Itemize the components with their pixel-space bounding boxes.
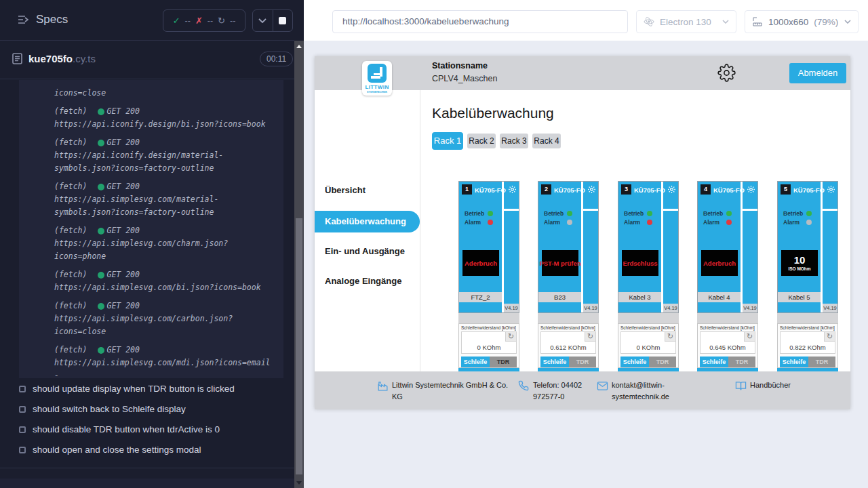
status-text: Aderbruch xyxy=(703,260,736,267)
tab-rack-3[interactable]: Rack 3 xyxy=(500,134,528,148)
card-settings-gear-icon[interactable] xyxy=(665,184,678,195)
factory-icon xyxy=(377,380,389,394)
tdr-button[interactable]: TDR xyxy=(649,357,676,367)
alarm-label: Alarm xyxy=(703,219,726,226)
phone-icon xyxy=(518,380,529,394)
refresh-icon[interactable]: ↻ xyxy=(505,332,516,342)
tab-rack-4[interactable]: Rack 4 xyxy=(532,134,561,148)
horizontal-scrollbar[interactable] xyxy=(0,479,294,488)
test-item[interactable]: should switch back to Schleife display xyxy=(19,404,290,414)
spec-file-row[interactable]: kue705fo.cy.ts 00:11 xyxy=(0,41,294,79)
device-number: 4 xyxy=(701,184,711,195)
status-dot-icon xyxy=(98,184,104,190)
test-item[interactable]: should disable TDR button when tdrActive… xyxy=(19,424,290,434)
scrollbar-thumb[interactable] xyxy=(296,218,302,474)
test-list: should update display when TDR button is… xyxy=(19,384,290,465)
refresh-icon[interactable]: ↻ xyxy=(585,332,595,342)
tab-rack-1[interactable]: Rack 1 xyxy=(432,132,463,150)
cable-name: Kabel 4 xyxy=(698,292,741,302)
collapse-button[interactable] xyxy=(253,10,273,31)
network-log-entry[interactable]: (fetch)GET 200 https://api.iconify.desig… xyxy=(54,105,273,131)
network-log-entry[interactable]: (fetch)GET 200 https://api.simplesvg.com… xyxy=(54,344,273,378)
log-url-line: symbols.json?icons=factory-outline xyxy=(54,162,273,175)
card-settings-gear-icon[interactable] xyxy=(585,184,598,195)
runner-controls xyxy=(252,9,293,32)
network-log-entry[interactable]: (fetch)GET 200 https://api.simplesvg.com… xyxy=(54,224,273,263)
app-under-test: Stationsname CPLV4_Maschen Abmelden LITT… xyxy=(315,56,850,409)
viewport-size: 1000x660 xyxy=(768,17,808,27)
status-display: Aderbruch xyxy=(701,250,738,276)
nav-item-ein-und-ausgaenge[interactable]: Ein- und Ausgänge xyxy=(325,246,405,256)
tdr-button[interactable]: TDR xyxy=(490,357,517,367)
refresh-icon[interactable]: ↻ xyxy=(665,332,675,342)
log-status: GET 200 xyxy=(106,224,139,237)
scroll-down-button[interactable] xyxy=(294,477,304,488)
runner-header: Specs ✓-- ✗-- ↻-- xyxy=(0,0,294,41)
alarm-label: Alarm xyxy=(624,219,647,226)
settings-gear-icon[interactable] xyxy=(717,64,736,83)
nav-item-analoge-eingaenge[interactable]: Analoge Eingänge xyxy=(325,276,401,286)
electron-icon xyxy=(644,16,654,27)
divider xyxy=(504,209,519,211)
nav-item-uebersicht[interactable]: Übersicht xyxy=(325,185,366,195)
log-url-line: https://api.simplesvg.com/bi.json?icons=… xyxy=(54,281,273,294)
status-dot-icon xyxy=(98,228,104,235)
network-log-entry[interactable]: (fetch)GET 200 https://api.simplesvg.com… xyxy=(54,268,273,294)
alarm-led xyxy=(806,220,812,225)
specs-title[interactable]: Specs xyxy=(18,13,68,26)
stop-button[interactable] xyxy=(273,10,293,31)
tdr-button[interactable]: TDR xyxy=(728,357,755,367)
schleife-button[interactable]: Schleife xyxy=(620,357,649,367)
status-display: Erdschluss xyxy=(622,250,658,276)
network-log-entry[interactable]: icons=close xyxy=(54,87,273,100)
sidebar-nav: Übersicht Kabelüberwachung Ein- und Ausg… xyxy=(315,90,420,371)
card-settings-gear-icon[interactable] xyxy=(505,184,519,195)
log-status: GET 200 xyxy=(106,344,139,357)
divider xyxy=(823,209,837,211)
refresh-icon[interactable]: ↻ xyxy=(824,332,835,342)
schleife-button[interactable]: Schleife xyxy=(700,357,728,367)
resistance-value: 0.822 KOhm xyxy=(781,344,835,351)
schleife-button[interactable]: Schleife xyxy=(461,357,490,367)
betrieb-led xyxy=(488,211,493,216)
vertical-scrollbar[interactable] xyxy=(294,41,304,488)
log-url-line: https://api.simplesvg.com/material- xyxy=(54,193,273,206)
manuals-link[interactable]: Handbücher xyxy=(750,380,791,391)
app-preview-stage: Stationsname CPLV4_Maschen Abmelden LITT… xyxy=(304,41,868,488)
schleife-button[interactable]: Schleife xyxy=(540,357,569,367)
log-url-line: symbols.json?icons=factory-outline xyxy=(54,206,273,219)
network-log-entry[interactable]: (fetch)GET 200 https://api.simplesvg.com… xyxy=(54,180,273,219)
alarm-led xyxy=(726,220,732,225)
url-input[interactable]: http://localhost:3000/kabelueberwachung xyxy=(332,10,628,33)
test-item[interactable]: should open and close the settings modal xyxy=(19,445,290,455)
network-log-entry[interactable]: (fetch)GET 200 https://api.simplesvg.com… xyxy=(54,300,273,338)
refresh-icon[interactable]: ↻ xyxy=(744,332,755,342)
logout-button[interactable]: Abmelden xyxy=(789,63,846,83)
fetch-label: (fetch) xyxy=(54,180,87,193)
book-icon xyxy=(735,380,747,394)
divider xyxy=(697,313,758,323)
cable-name: B23 xyxy=(538,292,581,302)
test-item[interactable]: should update display when TDR button is… xyxy=(19,384,290,394)
spec-duration-badge: 00:11 xyxy=(260,52,293,66)
cable-name: Kabel 5 xyxy=(778,292,821,302)
card-settings-gear-icon[interactable] xyxy=(744,184,757,195)
spec-extension: .cy.ts xyxy=(73,53,96,64)
schleife-button[interactable]: Schleife xyxy=(780,357,808,367)
test-state-icon xyxy=(19,406,26,413)
tdr-button[interactable]: TDR xyxy=(808,357,835,367)
device-card: 2 KÜ705-FO Betrieb Alarm PST-M prüfen B2… xyxy=(538,181,599,371)
tab-rack-2[interactable]: Rack 2 xyxy=(467,134,496,148)
phone-number: Telefon: 04402 972577-0 xyxy=(533,380,595,403)
resistance-display: ↻ 0.612 KOhm xyxy=(540,331,596,354)
spec-name: kue705fo.cy.ts xyxy=(28,53,96,64)
viewport-select[interactable]: 1000x660 (79%) xyxy=(745,10,859,33)
tdr-button[interactable]: TDR xyxy=(569,357,596,367)
browser-select[interactable]: Electron 130 xyxy=(636,10,736,33)
scroll-up-button[interactable] xyxy=(294,41,304,52)
network-log-entry[interactable]: (fetch)GET 200 https://api.iconify.desig… xyxy=(54,136,273,175)
status-text: Erdschluss xyxy=(623,260,657,267)
nav-item-kabelueberwachung[interactable]: Kabelüberwachung xyxy=(315,211,420,232)
divider xyxy=(583,209,598,211)
card-settings-gear-icon[interactable] xyxy=(824,184,837,195)
